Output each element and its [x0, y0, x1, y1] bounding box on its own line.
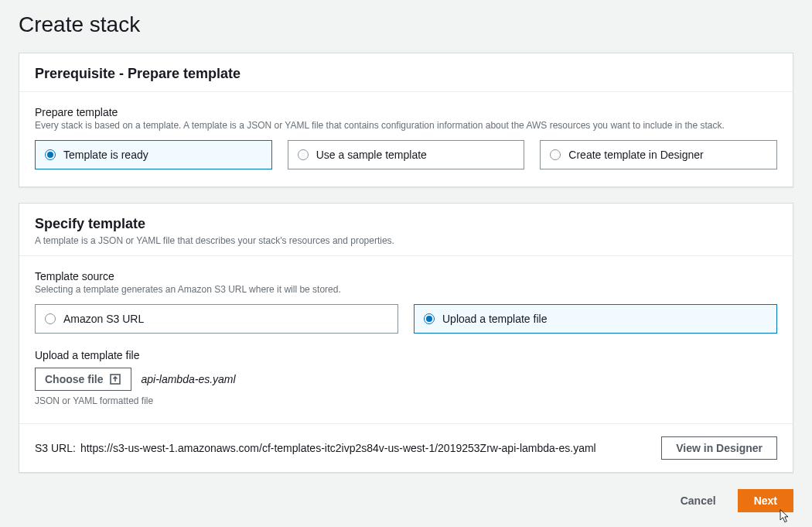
choose-file-label: Choose file: [45, 373, 103, 385]
radio-icon: [298, 149, 309, 160]
option-sample-template[interactable]: Use a sample template: [288, 140, 525, 169]
s3-url-block: S3 URL: https://s3-us-west-1.amazonaws.c…: [35, 442, 646, 454]
template-source-options: Amazon S3 URL Upload a template file: [35, 304, 777, 334]
panel-subtitle: A template is a JSON or YAML file that d…: [35, 235, 777, 246]
radio-icon: [424, 313, 435, 324]
option-s3-url[interactable]: Amazon S3 URL: [35, 304, 398, 334]
view-in-designer-button[interactable]: View in Designer: [661, 436, 777, 460]
wizard-actions: Cancel Next: [19, 488, 793, 513]
s3-url-value: https://s3-us-west-1.amazonaws.com/cf-te…: [80, 442, 596, 454]
s3-footer: S3 URL: https://s3-us-west-1.amazonaws.c…: [19, 423, 793, 472]
upload-section: Upload a template file Choose file api-l…: [35, 349, 777, 406]
template-source-label: Template source: [35, 270, 777, 282]
prerequisite-panel: Prerequisite - Prepare template Prepare …: [19, 53, 793, 187]
file-format-hint: JSON or YAML formatted file: [35, 395, 777, 406]
radio-icon: [45, 313, 56, 324]
option-label: Template is ready: [63, 149, 148, 161]
prepare-template-hint: Every stack is based on a template. A te…: [35, 120, 777, 131]
option-label: Use a sample template: [316, 149, 427, 161]
template-source-hint: Selecting a template generates an Amazon…: [35, 284, 777, 295]
uploaded-filename: api-lambda-es.yaml: [141, 373, 235, 385]
panel-body: Prepare template Every stack is based on…: [19, 92, 793, 187]
panel-header: Prerequisite - Prepare template: [19, 53, 793, 92]
prepare-template-options: Template is ready Use a sample template …: [35, 140, 777, 169]
panel-body: Template source Selecting a template gen…: [19, 256, 793, 423]
specify-template-panel: Specify template A template is a JSON or…: [19, 203, 793, 473]
page-title: Create stack: [19, 12, 793, 37]
option-label: Create template in Designer: [568, 149, 703, 161]
upload-icon: [109, 373, 121, 385]
prepare-template-label: Prepare template: [35, 106, 777, 118]
panel-title: Prerequisite - Prepare template: [35, 66, 777, 82]
radio-icon: [550, 149, 561, 160]
option-template-ready[interactable]: Template is ready: [35, 140, 272, 169]
choose-file-button[interactable]: Choose file: [35, 368, 131, 391]
next-button[interactable]: Next: [738, 489, 793, 512]
radio-icon: [45, 149, 56, 160]
option-label: Upload a template file: [442, 313, 547, 325]
option-label: Amazon S3 URL: [63, 313, 144, 325]
panel-header: Specify template A template is a JSON or…: [19, 204, 793, 256]
panel-title: Specify template: [35, 216, 777, 232]
option-create-in-designer[interactable]: Create template in Designer: [540, 140, 777, 169]
option-upload-file[interactable]: Upload a template file: [414, 304, 777, 334]
s3-url-label: S3 URL:: [35, 442, 76, 454]
file-row: Choose file api-lambda-es.yaml: [35, 368, 777, 391]
cancel-button[interactable]: Cancel: [668, 488, 728, 513]
upload-file-label: Upload a template file: [35, 349, 777, 361]
